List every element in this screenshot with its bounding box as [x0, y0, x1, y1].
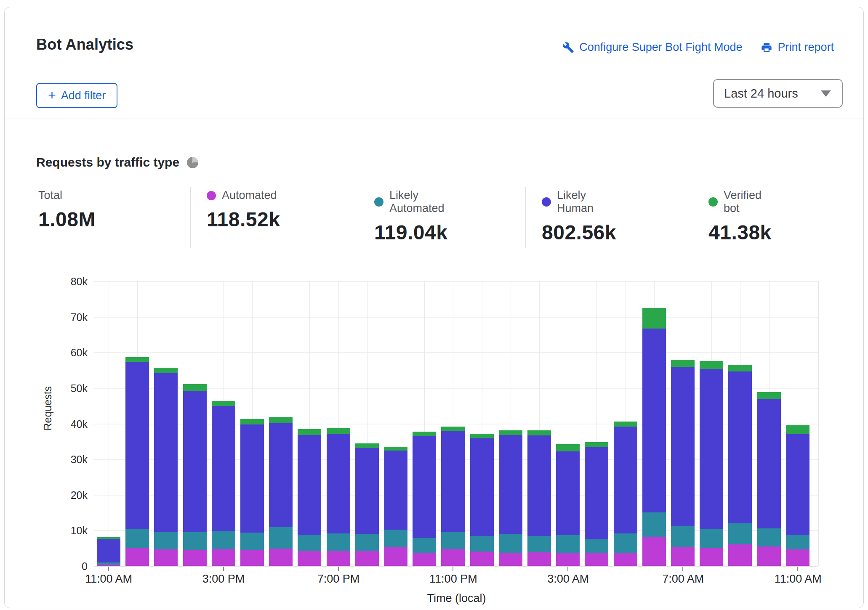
- stacked-bar-200pm[interactable]: [183, 281, 207, 566]
- bar-segment-automated: [125, 548, 149, 566]
- stat-label: Total: [38, 189, 62, 202]
- stacked-bar-1100am[interactable]: [97, 281, 120, 566]
- bar-segment-likely-human: [154, 373, 178, 532]
- stacked-bar-900am[interactable]: [728, 281, 752, 566]
- x-tick-label: 11:00 PM: [429, 573, 477, 586]
- stacked-bar-400am[interactable]: [585, 281, 608, 566]
- stat-separator: [358, 187, 358, 248]
- stat-separator: [693, 187, 693, 248]
- x-tick-mark: [338, 567, 339, 571]
- stat-value: 1.08M: [38, 208, 96, 231]
- stacked-bar-400pm[interactable]: [240, 281, 264, 566]
- bar-segment-verified-bot: [499, 430, 522, 435]
- add-filter-button[interactable]: + Add filter: [36, 83, 117, 108]
- bar-segment-likely-automated: [298, 535, 321, 552]
- bar-segment-likely-automated: [183, 532, 207, 550]
- bar-segment-likely-human: [441, 431, 465, 531]
- bar-segment-likely-human: [527, 435, 551, 536]
- bar-segment-verified-bot: [298, 429, 321, 435]
- configure-super-bot-fight-mode-link[interactable]: Configure Super Bot Fight Mode: [562, 41, 742, 54]
- stat-label: Likely Automated: [389, 189, 447, 215]
- stat-verified-bot: Verified bot 41.38k: [708, 189, 772, 244]
- bar-segment-automated: [298, 551, 321, 566]
- bar-segment-likely-human: [585, 447, 608, 539]
- plus-icon: +: [48, 88, 56, 102]
- bar-segment-likely-automated: [757, 528, 781, 546]
- bar-segment-likely-human: [125, 362, 149, 529]
- y-tick-label: 10k: [71, 525, 88, 537]
- bar-segment-verified-bot: [355, 443, 379, 448]
- stacked-bar-500pm[interactable]: [269, 281, 293, 566]
- bar-segment-likely-human: [240, 424, 264, 533]
- bar-segment-verified-bot: [671, 360, 695, 367]
- stacked-bar-1200pm[interactable]: [125, 281, 149, 566]
- y-tick-label: 60k: [71, 347, 88, 359]
- bar-segment-likely-automated: [585, 539, 608, 553]
- x-tick-label: 3:00 PM: [202, 573, 245, 586]
- bar-segment-likely-human: [183, 391, 207, 532]
- bar-segment-verified-bot: [154, 368, 178, 374]
- bar-segment-automated: [384, 547, 407, 566]
- stacked-bar-1200am[interactable]: [470, 281, 494, 566]
- bar-segment-automated: [556, 553, 580, 566]
- stacked-bar-100am[interactable]: [499, 281, 522, 566]
- y-tick-label: 20k: [71, 489, 88, 501]
- bar-segment-likely-automated: [499, 534, 522, 554]
- y-axis-tick-labels: 010k20k30k40k50k60k70k80k: [5, 281, 88, 566]
- bar-segment-automated: [97, 565, 120, 566]
- section-title: Requests by traffic type: [36, 155, 179, 170]
- plot-area: [94, 281, 819, 566]
- x-tick-mark: [682, 567, 683, 571]
- bar-segment-verified-bot: [786, 425, 809, 434]
- stacked-bar-1000pm[interactable]: [413, 281, 436, 566]
- bar-segment-verified-bot: [441, 427, 465, 431]
- bar-segment-likely-human: [556, 451, 580, 536]
- bar-segment-likely-human: [642, 329, 666, 512]
- stacked-bar-200am[interactable]: [527, 281, 551, 566]
- x-axis-title: Time (local): [94, 592, 819, 605]
- bar-segment-verified-bot: [240, 419, 264, 425]
- stacked-bar-800am[interactable]: [700, 281, 723, 566]
- stacked-bar-300am[interactable]: [556, 281, 580, 566]
- stacked-bar-800pm[interactable]: [355, 281, 379, 566]
- stacked-bar-100pm[interactable]: [154, 281, 178, 566]
- stat-value: 802.56k: [542, 221, 616, 244]
- stat-separator: [190, 187, 191, 248]
- stacked-bar-900pm[interactable]: [384, 281, 407, 566]
- print-report-link[interactable]: Print report: [761, 41, 834, 54]
- configure-link-label: Configure Super Bot Fight Mode: [579, 41, 742, 54]
- stacked-bar-500am[interactable]: [614, 281, 637, 566]
- x-tick-mark: [108, 567, 109, 571]
- stat-value: 119.04k: [374, 221, 447, 244]
- header-divider: [5, 119, 863, 119]
- stat-likely-human: Likely Human 802.56k: [542, 189, 616, 244]
- bar-segment-automated: [355, 551, 379, 566]
- time-range-select[interactable]: Last 24 hours: [713, 79, 843, 108]
- stacked-bar-1000am[interactable]: [757, 281, 781, 566]
- bot-analytics-page: Bot Analytics Configure Super Bot Fight …: [0, 0, 868, 610]
- stacked-bar-1100pm[interactable]: [441, 281, 465, 566]
- bar-segment-likely-human: [327, 434, 350, 533]
- bar-segment-likely-human: [499, 435, 522, 534]
- bar-segment-automated: [642, 537, 666, 566]
- bar-segment-verified-bot: [125, 357, 149, 362]
- stacked-bar-600am[interactable]: [642, 281, 666, 566]
- bar-segment-verified-bot: [384, 447, 407, 451]
- bar-segment-likely-automated: [212, 531, 235, 549]
- bar-segment-likely-human: [671, 367, 695, 526]
- y-tick-label: 80k: [71, 276, 88, 288]
- bar-segment-likely-human: [728, 371, 752, 523]
- verified-bot-dot: [708, 197, 718, 207]
- stacked-bar-600pm[interactable]: [298, 281, 321, 566]
- stacked-bar-700am[interactable]: [671, 281, 695, 566]
- bar-segment-likely-human: [97, 539, 120, 562]
- bar-segment-likely-automated: [240, 533, 264, 550]
- stacked-bar-1100am[interactable]: [786, 281, 809, 566]
- x-axis-tick-labels: 11:00 AM3:00 PM7:00 PM11:00 PM3:00 AM7:0…: [94, 573, 819, 589]
- wrench-icon: [562, 42, 574, 53]
- stat-total: Total 1.08M: [38, 189, 96, 231]
- stacked-bar-700pm[interactable]: [327, 281, 350, 566]
- bar-segment-automated: [700, 548, 723, 566]
- bar-segment-likely-human: [614, 427, 637, 533]
- stacked-bar-300pm[interactable]: [212, 281, 235, 566]
